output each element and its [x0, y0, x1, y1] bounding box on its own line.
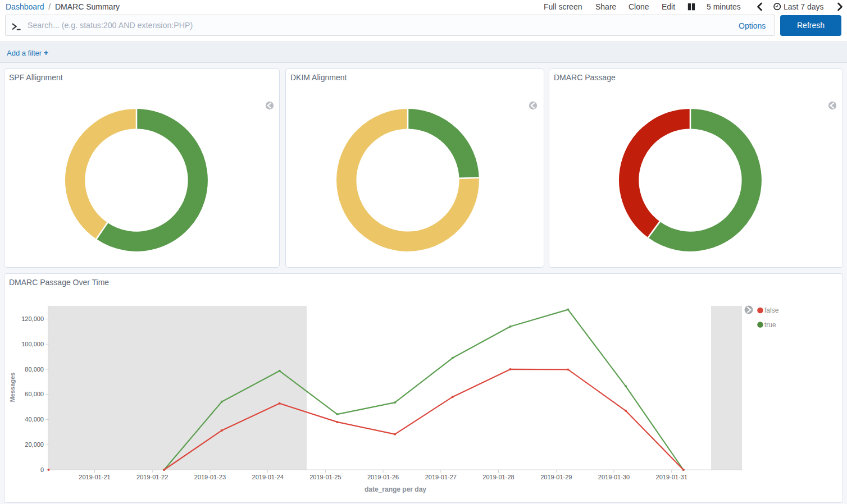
svg-text:120,000: 120,000: [21, 315, 44, 322]
svg-text:0: 0: [40, 466, 44, 473]
svg-text:80,000: 80,000: [25, 366, 44, 373]
svg-text:2019-01-24: 2019-01-24: [252, 474, 284, 480]
svg-text:2019-01-25: 2019-01-25: [309, 474, 341, 480]
svg-text:2019-01-31: 2019-01-31: [656, 474, 687, 480]
svg-text:2019-01-23: 2019-01-23: [194, 474, 226, 480]
svg-text:40,000: 40,000: [25, 416, 44, 423]
svg-text:false: false: [764, 306, 779, 314]
svg-text:100,000: 100,000: [21, 341, 44, 347]
svg-text:Messages: Messages: [9, 373, 16, 402]
svg-text:date_range per day: date_range per day: [365, 485, 426, 493]
svg-text:true: true: [764, 321, 776, 329]
svg-text:60,000: 60,000: [25, 391, 44, 397]
svg-text:2019-01-21: 2019-01-21: [79, 474, 110, 480]
svg-text:2019-01-27: 2019-01-27: [425, 474, 457, 480]
svg-text:20,000: 20,000: [25, 441, 44, 448]
svg-text:2019-01-28: 2019-01-28: [482, 474, 514, 480]
svg-text:2019-01-22: 2019-01-22: [136, 474, 168, 480]
svg-text:2019-01-30: 2019-01-30: [598, 474, 630, 480]
svg-text:2019-01-26: 2019-01-26: [367, 474, 399, 480]
svg-text:2019-01-29: 2019-01-29: [540, 474, 572, 480]
